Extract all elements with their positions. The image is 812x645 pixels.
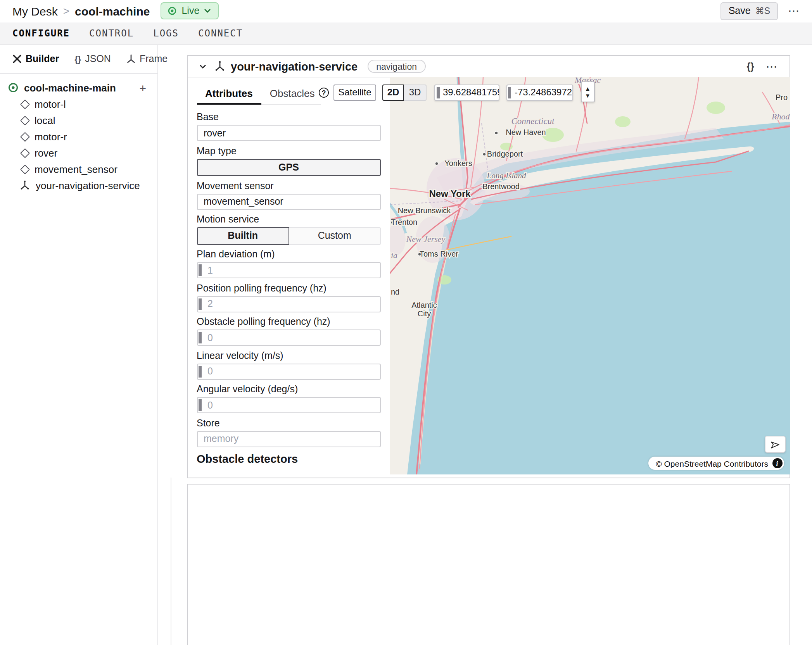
map-label: City [418,309,431,318]
card-json-icon[interactable]: {} [747,61,754,72]
openstreetmap-canvas: Massac Pro Rhod Connecticut New Haven Br… [390,77,790,474]
tree-item-label: movement_sensor [35,163,117,175]
drag-handle[interactable] [198,332,201,343]
map-label: New Haven [506,128,546,136]
breadcrumb-root[interactable]: My Desk [12,5,58,18]
tree-item-label: local [35,114,55,126]
config-sidebar: Builder {} JSON Frame cool-machine-main … [0,45,158,645]
position-polling-input[interactable]: 2 [197,296,381,312]
field-label: Linear velocity (m/s) [197,350,381,361]
field-label: Obstacle polling frequency (hz) [197,316,381,327]
position-polling-value: 2 [207,298,213,309]
tree-item-local[interactable]: local [0,112,157,128]
plan-deviation-value: 1 [207,265,213,276]
drag-handle[interactable] [198,298,201,310]
recenter-map-button[interactable] [765,436,786,453]
live-status-dropdown[interactable]: Live [161,3,219,20]
tree-item-movement-sensor[interactable]: movement_sensor [0,161,157,177]
topbar-actions: Save ⌘S ⋯ [721,2,800,20]
zoom-down-button[interactable]: ▼ [585,92,591,99]
store-input[interactable]: memory [197,431,381,447]
field-motion-service: Motion service Builtin Custom [197,214,381,245]
latitude-input[interactable]: 39.62848175923 [434,84,499,100]
tab-control[interactable]: CONTROL [89,28,134,38]
component-diamond-icon [20,132,29,141]
drag-handle[interactable] [198,366,201,377]
field-label: Map type [197,145,381,156]
tab-attributes[interactable]: Attributes [197,88,261,105]
field-linear-velocity: Linear velocity (m/s) 0 [197,350,381,379]
viam-configure-page: My Desk > cool-machine Live Save ⌘S ⋯ CO… [0,0,812,645]
mode-builder[interactable]: Builder [12,53,59,64]
drag-handle[interactable] [198,264,201,276]
base-input[interactable]: rover [197,125,381,141]
map-label: Yonkers [444,159,472,167]
drag-handle[interactable] [436,86,439,98]
service-type-badge: navigation [368,60,425,73]
tree-item-motor-r[interactable]: motor-r [0,128,157,145]
tab-configure[interactable]: CONFIGURE [12,28,70,38]
top-bar: My Desk > cool-machine Live Save ⌘S ⋯ [0,0,812,22]
mode-frame[interactable]: Frame [126,53,168,64]
drag-handle[interactable] [198,399,201,411]
tree-root-machine[interactable]: cool-machine-main + [0,79,157,96]
map-label: Pro [776,93,788,102]
field-label: Plan deviation (m) [197,249,381,260]
save-shortcut: ⌘S [755,6,770,17]
card-header: your-navigation-service navigation {} ⋯ [187,56,789,78]
mode-json[interactable]: {} JSON [74,53,111,64]
more-menu-icon[interactable]: ⋯ [788,7,800,15]
attribution-text[interactable]: © OpenStreetMap Contributors [656,459,768,468]
field-label: Angular velocity (deg/s) [197,384,381,395]
plan-deviation-input[interactable]: 1 [197,262,381,278]
map-label: Toms River [420,250,458,258]
obstacle-detectors-heading: Obstacle detectors [197,453,298,465]
map-3d-button[interactable]: 3D [404,84,427,100]
component-diamond-icon [20,164,29,174]
obstacle-polling-input[interactable]: 0 [197,329,381,346]
motion-builtin-option[interactable]: Builtin [197,227,289,245]
tab-obstacles[interactable]: Obstacles [261,88,323,104]
help-icon[interactable]: ? [319,88,329,98]
field-movement-sensor: Movement sensor movement_sensor [197,180,381,210]
tree-item-rover[interactable]: rover [0,145,157,161]
angular-velocity-input[interactable]: 0 [197,397,381,413]
field-label: Movement sensor [197,180,381,191]
add-component-button[interactable]: + [139,81,146,94]
zoom-stepper: ▲ ▼ [581,81,594,102]
linear-velocity-input[interactable]: 0 [197,363,381,379]
drag-handle[interactable] [508,86,511,98]
live-icon [168,7,177,16]
longitude-input[interactable]: -73.2486397247 [506,84,573,100]
tree-item-navigation-service[interactable]: your-navigation-service [0,177,157,193]
map-label: Connecticut [511,116,555,126]
next-config-card [187,483,790,645]
field-obstacle-polling: Obstacle polling frequency (hz) 0 [197,316,381,346]
tab-connect[interactable]: CONNECT [198,28,243,38]
tree-item-label: motor-r [35,131,67,142]
map-label: Bridgeport [487,150,523,158]
info-icon[interactable]: i [772,458,782,468]
map-2d-button[interactable]: 2D [382,84,404,100]
field-label: Motion service [197,214,381,225]
motion-service-toggle: Builtin Custom [197,227,381,245]
zoom-up-button[interactable]: ▲ [585,85,591,92]
satellite-toggle-button[interactable]: Satellite [333,84,376,100]
motion-custom-option[interactable]: Custom [289,227,381,245]
store-placeholder: memory [204,433,238,444]
save-button[interactable]: Save ⌘S [721,2,778,20]
field-label: Store [197,417,381,428]
movement-sensor-input[interactable]: movement_sensor [197,193,381,210]
field-base: Base rover [197,112,381,141]
navigation-map[interactable]: Massac Pro Rhod Connecticut New Haven Br… [390,77,790,474]
card-more-icon[interactable]: ⋯ [766,62,778,70]
field-store: Store memory [197,417,381,447]
component-diamond-icon [20,116,29,125]
map-type-gps-button[interactable]: GPS [197,159,381,176]
map-label: New Jersey [406,234,446,244]
tree-item-motor-l[interactable]: motor-l [0,96,157,112]
tab-logs[interactable]: LOGS [153,28,179,38]
collapse-chevron-icon[interactable] [198,63,207,69]
map-attribution: © OpenStreetMap Contributors i [648,457,784,470]
field-label: Position polling frequency (hz) [197,283,381,293]
